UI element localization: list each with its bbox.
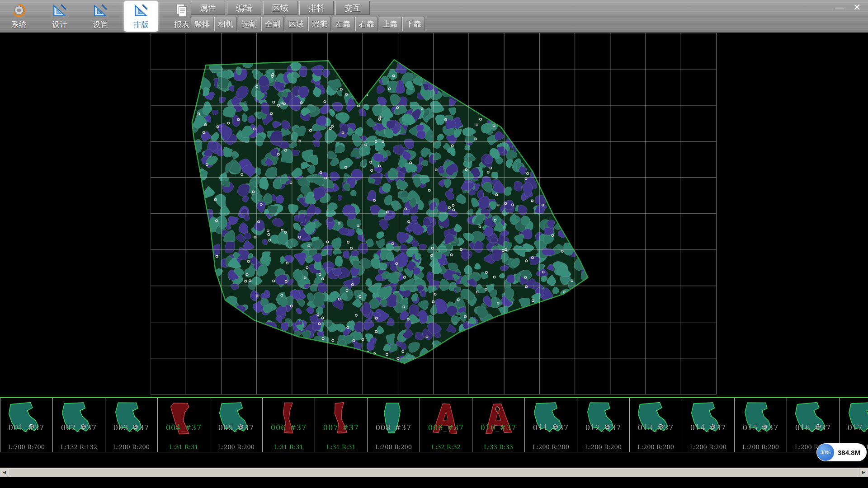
part-thumbnail xyxy=(320,398,363,440)
part-name-label: 010_#37 xyxy=(472,423,524,432)
part-lr-count-label: L:200 R:200 xyxy=(577,444,629,450)
part-name-label: 017_#37 xyxy=(840,423,868,432)
menu-tab-row: 属性编辑区域排料交互 xyxy=(191,1,370,15)
menu-tab-1[interactable]: 属性 xyxy=(191,1,225,15)
titlebar: 系统设计设置排版报表 属性编辑区域排料交互 聚排相机选割全割区域瑕疵左靠右靠上靠… xyxy=(0,0,868,33)
part-name-label: 008_#37 xyxy=(368,423,420,432)
horizontal-scrollbar[interactable]: ◄ ► xyxy=(0,468,868,477)
part-lr-count-label: L:200 R:200 xyxy=(210,444,262,450)
nav-button-label: 系统 xyxy=(11,19,27,30)
part-cell-007_#37[interactable]: 007_#37L:31 R:31 xyxy=(315,398,368,452)
part-lr-count-label: L:31 R:31 xyxy=(158,444,210,450)
set-square-icon xyxy=(133,3,149,18)
scroll-left-icon[interactable]: ◄ xyxy=(0,468,9,477)
part-name-label: 015_#37 xyxy=(735,423,787,432)
menu-tab-3[interactable]: 区域 xyxy=(263,1,297,15)
part-name-label: 014_#37 xyxy=(682,423,734,432)
memory-label: 384.8M xyxy=(838,449,860,456)
nav-system-button[interactable]: 系统 xyxy=(2,1,36,32)
part-cell-005_#37[interactable]: 005_#37L:200 R:200 xyxy=(210,398,263,452)
minimize-button[interactable]: — xyxy=(835,2,844,13)
part-lr-count-label: L:33 R:33 xyxy=(472,444,524,450)
window-controls: — ✕ xyxy=(835,2,861,13)
part-thumbnail xyxy=(425,398,468,440)
part-lr-count-label: L:132 R:132 xyxy=(53,444,105,450)
tool-button-10[interactable]: 下靠 xyxy=(402,17,425,31)
part-lr-count-label: L:200 R:200 xyxy=(630,444,682,450)
part-lr-count-label: L:31 R:31 xyxy=(263,444,315,450)
part-cell-001_#37[interactable]: 001_#37L:700 R:700 xyxy=(0,398,53,452)
gear-icon xyxy=(11,3,27,18)
menu-tab-5[interactable]: 交互 xyxy=(335,1,370,15)
part-cell-013_#37[interactable]: 013_#37L:200 R:200 xyxy=(629,398,682,452)
set-square-icon xyxy=(52,3,67,18)
part-cell-008_#37[interactable]: 008_#37L:200 R:200 xyxy=(367,398,420,452)
part-name-label: 012_#37 xyxy=(577,423,629,432)
nav-design-button[interactable]: 设计 xyxy=(42,1,77,32)
part-lr-count-label: L:200 R:200 xyxy=(368,444,420,450)
part-cell-014_#37[interactable]: 014_#37L:200 R:200 xyxy=(682,398,735,452)
tool-button-2[interactable]: 相机 xyxy=(214,17,237,31)
progress-circle: 38% xyxy=(817,444,834,461)
nav-button-label: 设计 xyxy=(52,19,67,30)
part-cell-010_#37[interactable]: 010_#37L:33 R:33 xyxy=(472,398,525,452)
part-name-label: 013_#37 xyxy=(630,423,682,432)
part-cell-015_#37[interactable]: 015_#37L:200 R:200 xyxy=(734,398,787,452)
part-thumbnail xyxy=(110,398,153,440)
tool-button-6[interactable]: 瑕疵 xyxy=(308,17,331,31)
part-cell-006_#37[interactable]: 006_#37L:31 R:31 xyxy=(262,398,315,452)
close-button[interactable]: ✕ xyxy=(853,2,861,13)
menu-tab-2[interactable]: 编辑 xyxy=(227,1,261,15)
part-name-label: 006_#37 xyxy=(263,423,315,432)
part-lr-count-label: L:200 R:200 xyxy=(735,444,787,450)
menu-tab-4[interactable]: 排料 xyxy=(299,1,334,15)
tool-button-8[interactable]: 右靠 xyxy=(355,17,378,31)
nav-setup-button[interactable]: 设置 xyxy=(83,1,118,32)
part-thumbnail xyxy=(477,398,520,440)
nav-button-label: 报表 xyxy=(174,19,189,30)
part-name-label: 016_#37 xyxy=(787,423,839,432)
nesting-canvas[interactable] xyxy=(151,33,717,394)
part-thumbnail xyxy=(267,398,311,440)
part-cell-004_#37[interactable]: 004_#37L:31 R:31 xyxy=(157,398,210,452)
report-icon xyxy=(174,3,189,18)
part-thumbnail xyxy=(634,398,678,440)
part-cell-009_#37[interactable]: 009_#37L:32 R:32 xyxy=(420,398,472,452)
part-thumbnail xyxy=(529,398,573,440)
part-name-label: 009_#37 xyxy=(420,423,472,432)
part-lr-count-label: L:31 R:31 xyxy=(315,444,367,450)
parts-strip: 001_#37L:700 R:700002_#37L:132 R:132003_… xyxy=(0,397,868,454)
part-thumbnail xyxy=(57,398,101,440)
part-name-label: 002_#37 xyxy=(53,423,105,432)
tool-button-4[interactable]: 全割 xyxy=(261,17,284,31)
tool-button-3[interactable]: 选割 xyxy=(238,17,260,31)
tool-button-row: 聚排相机选割全割区域瑕疵左靠右靠上靠下靠 xyxy=(191,17,425,31)
part-cell-011_#37[interactable]: 011_#37L:200 R:200 xyxy=(524,398,577,452)
part-name-label: 011_#37 xyxy=(525,423,577,432)
workspace xyxy=(0,33,868,397)
part-thumbnail xyxy=(372,398,415,440)
part-name-label: 005_#37 xyxy=(210,423,262,432)
part-cell-002_#37[interactable]: 002_#37L:132 R:132 xyxy=(52,398,105,452)
nav-button-label: 排版 xyxy=(133,19,149,30)
tool-button-7[interactable]: 左靠 xyxy=(332,17,354,31)
part-lr-count-label: L:32 R:32 xyxy=(420,444,472,450)
nav-button-label: 设置 xyxy=(93,19,108,30)
scroll-right-icon[interactable]: ► xyxy=(859,468,868,477)
nav-nesting-button[interactable]: 排版 xyxy=(124,1,158,32)
part-thumbnail xyxy=(582,398,625,440)
part-thumbnail xyxy=(739,398,783,440)
part-cell-012_#37[interactable]: 012_#37L:200 R:200 xyxy=(577,398,630,452)
tool-button-5[interactable]: 区域 xyxy=(285,17,307,31)
part-thumbnail xyxy=(687,398,730,440)
part-lr-count-label: L:200 R:200 xyxy=(525,444,577,450)
part-name-label: 007_#37 xyxy=(315,423,367,432)
scrollbar-thumb[interactable] xyxy=(9,469,859,476)
part-name-label: 004_#37 xyxy=(158,423,210,432)
tool-button-9[interactable]: 上靠 xyxy=(379,17,401,31)
tool-button-1[interactable]: 聚排 xyxy=(191,17,213,31)
part-thumbnail xyxy=(844,398,868,440)
part-thumbnail xyxy=(792,398,835,440)
part-cell-003_#37[interactable]: 003_#37L:200 R:200 xyxy=(105,398,158,452)
part-name-label: 001_#37 xyxy=(0,423,52,432)
